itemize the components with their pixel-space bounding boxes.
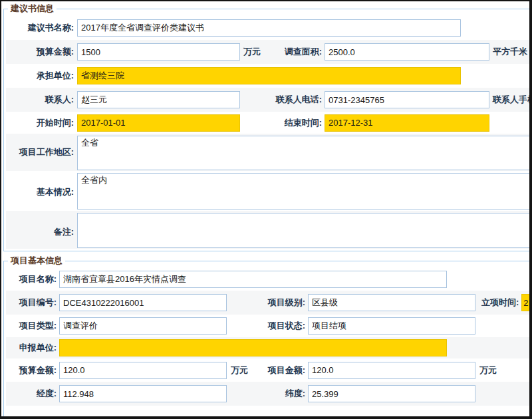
project-budget-label: 预算金额:	[6, 364, 57, 376]
contact-row: 联系人: 联系人电话: 联系人手机	[6, 88, 532, 112]
survey-area-input[interactable]	[325, 43, 489, 61]
project-code-input[interactable]	[59, 294, 227, 311]
end-time-label: 结束时间:	[267, 117, 322, 129]
remark-textarea[interactable]	[77, 213, 532, 248]
undertaker-row: 承担单位:	[6, 64, 532, 88]
project-amount-input[interactable]	[308, 362, 475, 379]
undertaker-input[interactable]	[77, 67, 461, 84]
project-code-label: 项目编号:	[6, 297, 57, 309]
proposal-budget-row: 预算金额: 万元 调查面积: 平方千米	[6, 40, 532, 64]
work-area-row: 项目工作地区: 全省	[6, 134, 532, 171]
basic-info-label: 基本情况:	[6, 173, 74, 198]
contact-mobile-label: 联系人手机	[493, 94, 532, 106]
basic-info-row: 基本情况: 全省内	[6, 171, 532, 211]
project-level-label: 项目级别:	[255, 297, 305, 309]
proposal-name-input[interactable]	[77, 19, 461, 37]
longitude-label: 经度:	[6, 388, 57, 400]
contact-input[interactable]	[77, 91, 240, 108]
project-budget-input[interactable]	[59, 362, 227, 379]
latitude-label: 纬度:	[255, 388, 305, 400]
form-window: 建议书信息 建议书名称: 预算金额: 万元 调查面积: 平方千米 承担单位: 联…	[0, 0, 532, 419]
project-budget-unit: 万元	[231, 364, 255, 376]
project-type-label: 项目类型:	[6, 320, 57, 332]
proposal-info-section: 建议书信息 建议书名称: 预算金额: 万元 调查面积: 平方千米 承担单位: 联…	[3, 3, 532, 251]
project-type-input[interactable]	[59, 317, 227, 335]
contact-label: 联系人:	[6, 94, 74, 106]
project-budget-row: 预算金额: 万元 项目金额: 万元	[6, 358, 532, 382]
end-time-input[interactable]	[325, 114, 489, 132]
latitude-input[interactable]	[308, 385, 475, 402]
undertaker-label: 承担单位:	[6, 70, 74, 82]
declare-unit-input[interactable]	[59, 339, 447, 356]
contact-phone-label: 联系人电话:	[267, 94, 322, 106]
survey-area-label: 调查面积:	[267, 46, 322, 58]
proposal-budget-unit: 万元	[243, 46, 267, 58]
project-name-row: 项目名称:	[6, 268, 532, 291]
project-status-input[interactable]	[308, 317, 475, 335]
project-amount-label: 项目金额:	[255, 364, 305, 376]
approval-time-label: 立项时间:	[481, 297, 519, 309]
contact-phone-input[interactable]	[325, 91, 489, 108]
proposal-name-row: 建议书名称:	[6, 16, 532, 40]
remark-row: 备注:	[6, 211, 532, 249]
start-time-row: 开始时间: 结束时间:	[6, 112, 532, 134]
project-level-input[interactable]	[308, 294, 475, 311]
project-code-row: 项目编号: 项目级别: 立项时间:	[6, 291, 532, 315]
survey-area-unit: 平方千米	[493, 46, 527, 58]
project-name-input[interactable]	[59, 271, 447, 288]
longitude-input[interactable]	[59, 385, 227, 402]
longitude-row: 经度: 纬度:	[6, 382, 532, 406]
approval-time-input[interactable]	[521, 294, 532, 311]
project-name-label: 项目名称:	[6, 273, 57, 285]
start-time-input[interactable]	[77, 114, 240, 132]
project-type-row: 项目类型: 项目状态:	[6, 315, 532, 337]
proposal-name-label: 建议书名称:	[6, 22, 74, 34]
project-amount-unit: 万元	[479, 364, 497, 376]
project-status-label: 项目状态:	[255, 320, 305, 332]
basic-info-textarea[interactable]: 全省内	[77, 173, 532, 210]
proposal-budget-input[interactable]	[77, 43, 240, 61]
proposal-budget-label: 预算金额:	[6, 46, 74, 58]
project-info-section: 项目基本信息 项目名称: 项目编号: 项目级别: 立项时间: 项目类型: 项目状…	[3, 255, 532, 419]
declare-unit-row: 申报单位:	[6, 337, 532, 358]
project-section-title: 项目基本信息	[8, 255, 65, 267]
start-time-label: 开始时间:	[6, 117, 74, 129]
remark-label: 备注:	[6, 213, 74, 238]
work-area-textarea[interactable]: 全省	[77, 136, 532, 170]
work-area-label: 项目工作地区:	[6, 136, 74, 158]
proposal-section-title: 建议书信息	[8, 3, 57, 15]
declare-unit-label: 申报单位:	[6, 342, 57, 354]
